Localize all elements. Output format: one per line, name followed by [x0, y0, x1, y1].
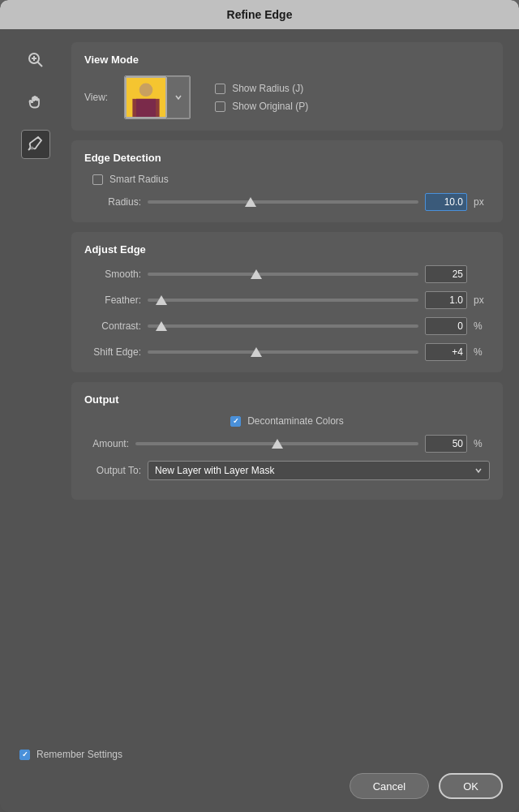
svg-point-6	[139, 83, 153, 97]
show-radius-row[interactable]: Show Radius (J)	[215, 83, 308, 94]
smart-radius-checkbox[interactable]	[92, 174, 103, 185]
feather-track	[148, 299, 418, 302]
hand-tool[interactable]	[21, 88, 50, 117]
show-original-checkbox[interactable]	[215, 101, 225, 112]
view-mode-content: View:	[84, 75, 490, 119]
refine-edge-dialog: Refine Edge	[0, 0, 519, 812]
smooth-thumb[interactable]	[251, 269, 262, 279]
smooth-row: Smooth:	[84, 265, 490, 283]
amount-input[interactable]	[425, 435, 467, 453]
footer: Remember Settings Cancel OK	[0, 736, 519, 812]
contrast-track	[148, 324, 418, 328]
decontaminate-row: Decontaminate Colors	[84, 415, 490, 427]
feather-unit: px	[474, 294, 490, 306]
feather-thumb[interactable]	[156, 295, 167, 305]
output-to-row: Output To: New Layer with Layer Mask	[84, 461, 490, 480]
view-dropdown-arrow[interactable]	[167, 76, 190, 118]
contrast-slider[interactable]	[148, 319, 418, 333]
brush-tool[interactable]	[21, 130, 50, 159]
adjust-edge-title: Adjust Edge	[84, 243, 490, 256]
svg-point-4	[31, 147, 34, 150]
shift-edge-thumb[interactable]	[251, 347, 262, 357]
smooth-label: Smooth:	[84, 269, 141, 280]
feather-row: Feather: px	[84, 291, 490, 309]
view-thumbnail-wrapper[interactable]	[124, 75, 191, 119]
output-title: Output	[84, 393, 490, 406]
svg-line-1	[38, 62, 43, 67]
output-to-value: New Layer with Layer Mask	[155, 465, 274, 476]
contrast-unit: %	[474, 320, 490, 332]
show-original-row[interactable]: Show Original (P)	[215, 101, 308, 112]
view-mode-title: View Mode	[84, 54, 490, 66]
amount-row: Amount: %	[84, 435, 490, 453]
shift-edge-slider[interactable]	[148, 345, 418, 359]
radius-row: Radius: px	[84, 193, 490, 211]
adjust-edge-section: Adjust Edge Smooth: Feather:	[71, 232, 503, 372]
output-section: Output Decontaminate Colors Amount: %	[71, 382, 503, 500]
cancel-button[interactable]: Cancel	[350, 773, 429, 799]
decontaminate-label: Decontaminate Colors	[247, 415, 344, 427]
content-area: View Mode View:	[71, 29, 519, 736]
amount-thumb[interactable]	[272, 439, 283, 449]
shift-edge-input[interactable]	[425, 343, 467, 361]
smart-radius-label: Smart Radius	[109, 174, 169, 185]
radius-slider[interactable]	[148, 195, 418, 209]
main-content: View Mode View:	[0, 29, 519, 736]
radius-unit: px	[474, 196, 490, 208]
decontaminate-checkbox[interactable]	[230, 416, 241, 427]
ok-button[interactable]: OK	[439, 773, 503, 799]
view-thumbnail	[125, 76, 167, 118]
amount-unit: %	[474, 438, 490, 449]
view-label: View:	[84, 92, 108, 103]
shift-edge-unit: %	[474, 346, 490, 358]
remember-checkbox[interactable]	[19, 750, 30, 760]
feather-input[interactable]	[425, 291, 467, 309]
output-to-label: Output To:	[84, 465, 141, 476]
contrast-thumb[interactable]	[156, 321, 167, 331]
radius-input[interactable]	[425, 193, 467, 211]
feather-slider[interactable]	[148, 293, 418, 307]
contrast-row: Contrast: %	[84, 317, 490, 335]
shift-edge-label: Shift Edge:	[84, 346, 141, 358]
smart-radius-row: Smart Radius	[84, 174, 490, 185]
sidebar	[0, 29, 71, 736]
radius-thumb[interactable]	[245, 197, 256, 207]
edge-detection-title: Edge Detection	[84, 152, 490, 164]
amount-slider[interactable]	[135, 436, 418, 451]
remember-label: Remember Settings	[36, 749, 122, 760]
edge-detection-section: Edge Detection Smart Radius Radius: px	[71, 140, 503, 222]
view-mode-section: View Mode View:	[71, 42, 503, 131]
contrast-label: Contrast:	[84, 320, 141, 332]
smooth-slider[interactable]	[148, 267, 418, 281]
shift-edge-track	[148, 350, 418, 354]
show-original-label: Show Original (P)	[232, 101, 308, 112]
output-to-dropdown[interactable]: New Layer with Layer Mask	[148, 461, 490, 480]
radius-track	[148, 200, 418, 204]
view-checkboxes: Show Radius (J) Show Original (P)	[215, 83, 308, 112]
radius-label: Radius:	[84, 196, 141, 208]
contrast-input[interactable]	[425, 317, 467, 335]
remember-row: Remember Settings	[16, 749, 503, 760]
button-row: Cancel OK	[16, 773, 503, 799]
dialog-title: Refine Edge	[0, 0, 519, 29]
smooth-input[interactable]	[425, 265, 467, 283]
svg-rect-8	[136, 99, 156, 117]
show-radius-checkbox[interactable]	[215, 84, 225, 94]
amount-label: Amount:	[84, 438, 129, 449]
feather-label: Feather:	[84, 294, 141, 306]
show-radius-label: Show Radius (J)	[232, 83, 303, 94]
smooth-track	[148, 273, 418, 276]
amount-track	[135, 442, 418, 445]
zoom-tool[interactable]	[21, 45, 50, 75]
shift-edge-row: Shift Edge: %	[84, 343, 490, 361]
